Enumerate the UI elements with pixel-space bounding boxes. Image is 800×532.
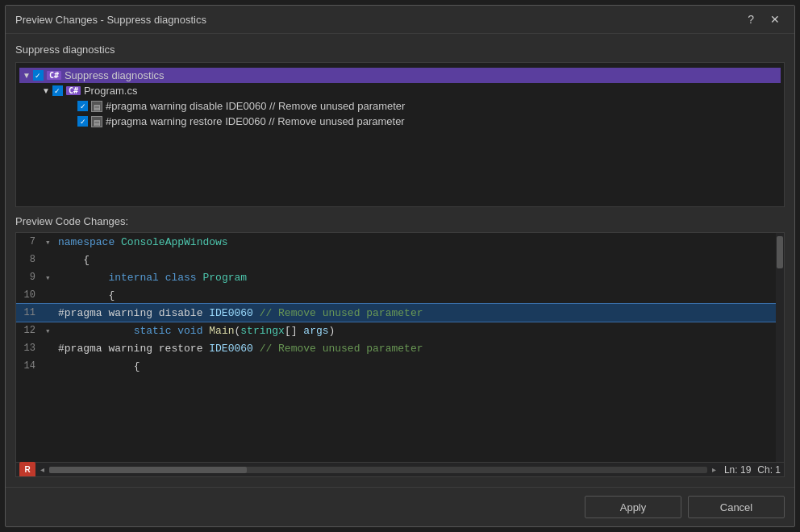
code-area: 7 ▾ namespace ConsoleAppWindows 8 { 9 ▾ — [15, 232, 785, 477]
close-button[interactable]: ✕ — [765, 12, 785, 27]
dialog-title: Preview Changes - Suppress diagnostics — [15, 14, 206, 26]
line-num-12: 12 — [16, 325, 45, 336]
preview-label: Preview Code Changes: — [15, 215, 785, 227]
pragma2-icon: ▤ — [91, 116, 102, 127]
rider-icon: R — [19, 462, 35, 478]
checkbox-file[interactable] — [52, 85, 63, 96]
code-vertical-scrollbar[interactable] — [776, 233, 784, 462]
dialog-content: Suppress diagnostics ▼ C# Suppress diagn… — [6, 34, 794, 487]
collapse-arrow-file[interactable]: ▼ — [42, 86, 50, 95]
pragma1-icon: ▤ — [91, 101, 102, 112]
tree-item-pragma1[interactable]: ▤ #pragma warning disable IDE0060 // Rem… — [19, 98, 781, 114]
checkbox-pragma2[interactable] — [77, 116, 88, 127]
scroll-right-button[interactable]: ▸ — [710, 465, 718, 474]
code-line-7: 7 ▾ namespace ConsoleAppWindows — [16, 233, 776, 251]
code-line-14: 14 { — [16, 357, 776, 375]
tree-label-file: Program.cs — [84, 85, 137, 97]
code-line-12: 12 ▾ static void Main(stringx[] args) — [16, 322, 776, 339]
code-line-8: 8 { — [16, 251, 776, 268]
tree-label-pragma2: #pragma warning restore IDE0060 // Remov… — [106, 115, 405, 127]
line-num-7: 7 — [16, 236, 45, 247]
collapse-arrow-root[interactable]: ▼ — [23, 71, 31, 80]
button-row: Apply Cancel — [6, 487, 794, 526]
line-num-13: 13 — [16, 343, 45, 354]
line-num-14: 14 — [16, 360, 45, 372]
line-content-10: { — [58, 289, 115, 301]
checkbox-pragma1[interactable] — [77, 101, 88, 111]
cancel-button[interactable]: Cancel — [688, 496, 785, 518]
line-content-12: static void Main(stringx[] args) — [58, 325, 335, 337]
line-num-10: 10 — [16, 289, 45, 301]
apply-button[interactable]: Apply — [585, 496, 681, 518]
code-line-9: 9 ▾ internal class Program — [16, 268, 776, 286]
line-content-8: { — [58, 254, 90, 266]
scroll-track[interactable] — [49, 467, 707, 473]
tree-label-pragma1: #pragma warning disable IDE0060 // Remov… — [106, 100, 405, 112]
tree-item-file[interactable]: ▼ C# Program.cs — [19, 83, 781, 98]
badge-file: C# — [66, 86, 81, 95]
code-line-11: 11 #pragma warning disable IDE0060 // Re… — [16, 304, 776, 322]
line-content-13: #pragma warning restore IDE0060 // Remov… — [58, 343, 423, 355]
code-scroll[interactable]: 7 ▾ namespace ConsoleAppWindows 8 { 9 ▾ — [16, 233, 776, 462]
code-main: 7 ▾ namespace ConsoleAppWindows 8 { 9 ▾ — [16, 233, 784, 462]
tree-label-root: Suppress diagnostics — [65, 69, 165, 81]
scroll-thumb — [49, 467, 247, 473]
help-button[interactable]: ? — [743, 12, 759, 27]
vsbar-thumb — [777, 236, 783, 268]
line-arrow-9: ▾ — [45, 272, 58, 283]
line-arrow-7: ▾ — [45, 237, 58, 247]
checkbox-root[interactable] — [33, 70, 44, 81]
line-num-8: 8 — [16, 254, 45, 265]
line-content-14: { — [58, 360, 140, 372]
line-content-11: #pragma warning disable IDE0060 // Remov… — [58, 307, 423, 319]
line-content-9: internal class Program — [58, 272, 247, 284]
code-line-13: 13 #pragma warning restore IDE0060 // Re… — [16, 339, 776, 357]
tree-item-root[interactable]: ▼ C# Suppress diagnostics — [19, 68, 781, 83]
badge-root: C# — [47, 71, 61, 80]
code-scrollbar-row: R ◂ ▸ Ln: 19 Ch: 1 — [16, 462, 784, 476]
line-num-9: 9 — [16, 272, 45, 283]
preview-changes-dialog: Preview Changes - Suppress diagnostics ?… — [5, 5, 795, 527]
title-bar: Preview Changes - Suppress diagnostics ?… — [6, 6, 794, 34]
line-arrow-12: ▾ — [45, 326, 58, 336]
code-line-10: 10 { — [16, 286, 776, 304]
status-ln: Ln: 19 — [724, 464, 751, 476]
tree-area[interactable]: ▼ C# Suppress diagnostics ▼ C# Program.c… — [15, 62, 785, 207]
line-content-7: namespace ConsoleAppWindows — [58, 236, 228, 248]
scroll-left-button[interactable]: ◂ — [39, 465, 46, 474]
tree-item-pragma2[interactable]: ▤ #pragma warning restore IDE0060 // Rem… — [19, 114, 781, 129]
title-actions: ? ✕ — [743, 12, 785, 27]
status-ch: Ch: 1 — [757, 464, 781, 476]
suppress-label: Suppress diagnostics — [15, 44, 785, 56]
line-num-11: 11 — [16, 307, 45, 318]
